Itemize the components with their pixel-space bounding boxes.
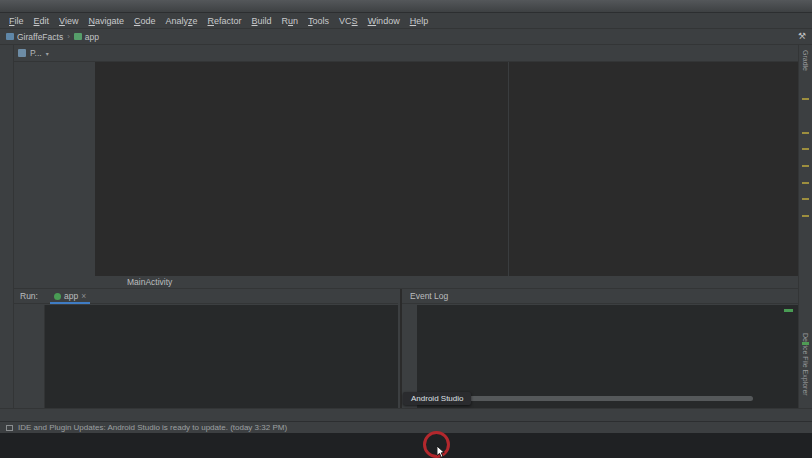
event-log-entries [417,305,798,408]
menu-view[interactable]: View [54,14,83,28]
project-view-selector[interactable]: P... [30,48,42,58]
bottom-tool-window-bar [0,408,812,421]
build-hammer-icon[interactable]: ⚒ [798,30,806,43]
tool-window-gradle[interactable]: Gradle [802,50,809,71]
menu-window[interactable]: Window [363,14,405,28]
ok-stripe-mark [802,342,809,345]
window-top-strip [0,0,812,13]
run-panel-header: Run: app × [14,289,398,304]
menu-run[interactable]: Run [277,14,304,28]
warning-stripe-mark [802,132,809,134]
event-log-title: Event Log [410,291,448,301]
android-icon [54,293,61,300]
warning-stripe-mark [802,98,809,100]
breadcrumb-item-giraffefacts[interactable]: GiraffeFacts [6,32,63,42]
warning-stripe-mark [802,165,809,167]
event-log-header: Event Log [402,289,798,304]
warning-stripe-mark [802,182,809,184]
project-folder-icon [6,33,14,40]
project-tree [14,62,95,276]
editor-breadcrumb-bar: MainActivity [14,276,798,289]
menu-vcs[interactable]: VCS [334,14,363,28]
android-studio-window: FileEditViewNavigateCodeAnalyzeRefactorB… [0,0,812,458]
menu-tools[interactable]: Tools [303,14,334,28]
breadcrumb-separator: › [67,32,70,41]
hard-wrap-margin [508,62,509,276]
warning-stripe-mark [802,215,809,217]
run-console-output[interactable] [44,305,398,408]
close-icon[interactable]: × [81,291,86,301]
breadcrumb: GiraffeFacts›app [0,32,99,42]
toolwindow-toggle-icon[interactable] [6,425,13,431]
shelf-tooltip: Android Studio [403,392,471,405]
event-log-tool-window: Event Log [400,289,798,408]
menu-edit[interactable]: Edit [29,14,55,28]
right-tool-window-bar: Gradle Device File Explorer [798,45,812,408]
ok-indicator [784,309,793,312]
menu-analyze[interactable]: Analyze [160,14,202,28]
run-tool-window: Run: app × [14,289,398,408]
breadcrumb-class[interactable]: MainActivity [127,277,172,287]
main-toolbar: GiraffeFacts›app ⚒ [0,29,812,45]
status-bar: IDE and Plugin Updates: Android Studio i… [0,421,812,433]
breadcrumb-item-app[interactable]: app [74,32,99,42]
menu-code[interactable]: Code [129,14,161,28]
run-tab-label: app [64,291,78,301]
menu-build[interactable]: Build [247,14,277,28]
editor-tab-bar: P... ▾ [14,45,798,62]
chromeos-shelf: US 3 5:41 [0,433,812,458]
run-toolbar-primary [14,305,29,408]
run-toolbar-secondary [29,305,44,408]
toolbar-actions: ⚒ [798,30,812,43]
mouse-cursor [437,446,447,458]
menu-file[interactable]: File [4,14,29,28]
module-folder-icon [74,33,82,40]
code-editor[interactable] [95,62,798,276]
breadcrumb-label: GiraffeFacts [17,32,63,42]
warning-stripe-mark [802,198,809,200]
menu-help[interactable]: Help [405,14,434,28]
chevron-down-icon: ▾ [46,50,49,57]
status-message[interactable]: IDE and Plugin Updates: Android Studio i… [18,423,287,432]
run-panel-title: Run: [20,291,38,301]
menu-refactor[interactable]: Refactor [203,14,247,28]
left-tool-window-bar [0,45,14,421]
menu-bar: FileEditViewNavigateCodeAnalyzeRefactorB… [0,13,812,29]
project-panel-header: P... ▾ [14,45,95,61]
run-tab-app[interactable]: app × [50,289,90,303]
warning-stripe-mark [802,148,809,150]
run-panel-body [14,305,398,408]
breadcrumb-label: app [85,32,99,42]
horizontal-scrollbar[interactable] [435,396,753,401]
project-tool-icon [18,49,26,57]
menu-navigate[interactable]: Navigate [83,14,129,28]
